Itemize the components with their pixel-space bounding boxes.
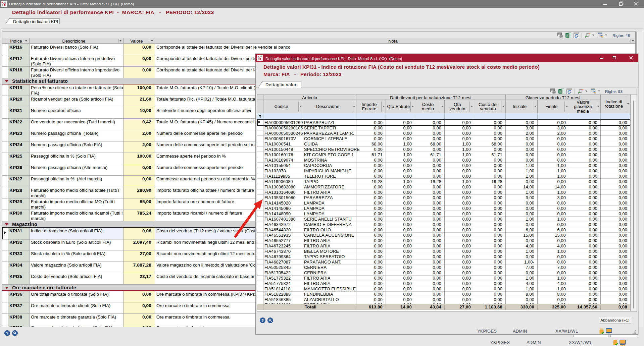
svg-text:?: ? xyxy=(261,319,264,323)
svg-text:X: X xyxy=(566,34,568,37)
svg-text:e: e xyxy=(4,2,6,7)
svg-text:e: e xyxy=(259,56,261,61)
svg-text:X: X xyxy=(559,90,561,93)
svg-text:?: ? xyxy=(6,331,8,335)
